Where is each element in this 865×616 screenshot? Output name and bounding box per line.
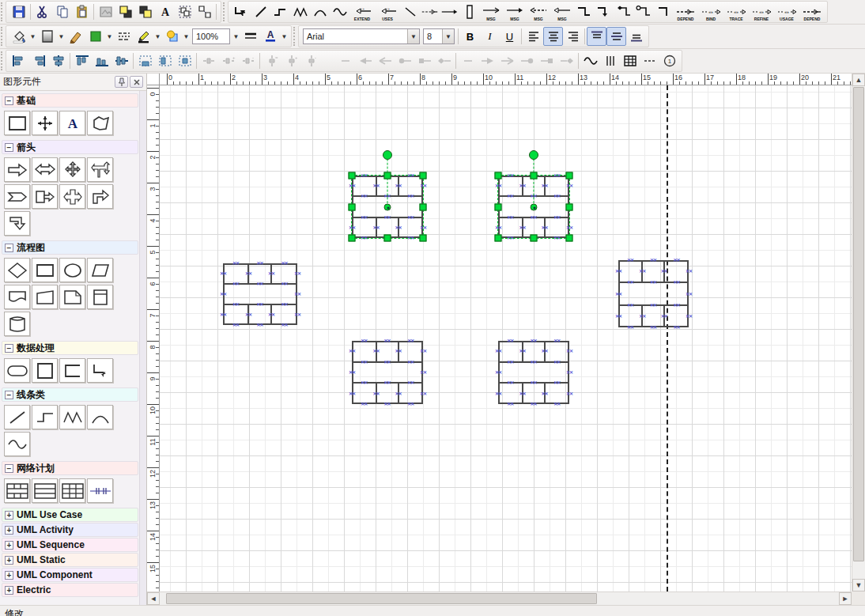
paste-button[interactable] xyxy=(72,2,92,21)
copy-button[interactable] xyxy=(52,2,72,21)
fit-height-button[interactable] xyxy=(155,51,175,70)
msg-back-tool[interactable]: MSG xyxy=(550,2,574,21)
fit-width-button[interactable] xyxy=(135,51,155,70)
network-table-shape[interactable]: ✕✕✕✕✕✕✕✕✕✕✕✕✕✕✕✕✕✕✕✕✕✕✕✕✕✕✕✕✕✕✕✕✕✕✕✕✕✕✕✕… xyxy=(352,341,423,404)
expand-icon[interactable]: + xyxy=(5,556,13,565)
palette-item-step[interactable] xyxy=(32,405,58,429)
resize-handle[interactable] xyxy=(349,172,356,180)
palette-item-arrow-double[interactable] xyxy=(32,157,58,182)
depend-arrow-tool[interactable]: DEPEND xyxy=(673,2,698,21)
expand-icon[interactable]: + xyxy=(5,586,13,595)
elbow-plain-tool[interactable] xyxy=(653,2,673,21)
numbering-button[interactable]: 1 xyxy=(659,51,679,70)
section-header-6[interactable]: +UML Use Case xyxy=(2,508,138,522)
section-header-5[interactable]: −网络计划 xyxy=(2,461,138,475)
toolbar-grip[interactable] xyxy=(293,27,297,46)
palette-item-ellipse[interactable] xyxy=(59,258,85,282)
palette-item-arrow-box[interactable] xyxy=(32,184,58,209)
uses-arrow-tool[interactable]: « »USES xyxy=(375,2,400,21)
palette-item-trapezoid[interactable] xyxy=(32,285,58,309)
resize-handle[interactable] xyxy=(531,235,538,242)
italic-button[interactable]: I xyxy=(480,27,500,46)
palette-item-text[interactable]: A xyxy=(59,111,85,135)
group-button[interactable] xyxy=(175,2,195,21)
line-weight-button[interactable] xyxy=(240,27,260,46)
quick-fill-button[interactable] xyxy=(85,27,105,46)
palette-item-cylinder[interactable] xyxy=(4,312,30,336)
bind-arrow-tool[interactable]: «»BIND xyxy=(698,2,723,21)
align-left-button[interactable] xyxy=(9,51,28,70)
msg-return-tool[interactable]: MSG xyxy=(527,2,550,21)
section-header-11[interactable]: +Electric xyxy=(2,583,138,597)
bold-button[interactable]: B xyxy=(460,27,480,46)
palette-item-arrow-right[interactable] xyxy=(4,157,30,182)
rotation-handle[interactable] xyxy=(383,150,392,160)
line-dash-button[interactable] xyxy=(114,27,134,46)
close-icon[interactable] xyxy=(130,76,143,88)
align-bottom-button[interactable] xyxy=(92,51,111,70)
cut-button[interactable] xyxy=(32,2,52,21)
dash-style-button[interactable] xyxy=(640,51,659,70)
align-top-button[interactable] xyxy=(72,51,92,70)
msg-arrow-open-tool[interactable]: MSG xyxy=(479,2,503,21)
line-color-button[interactable] xyxy=(134,27,153,46)
section-header-7[interactable]: +UML Activity xyxy=(2,523,138,537)
pin-button[interactable] xyxy=(115,76,128,88)
collapse-icon[interactable]: − xyxy=(5,464,13,473)
scroll-left-button[interactable]: ◄ xyxy=(147,592,160,605)
lifeline-tool[interactable] xyxy=(459,2,479,21)
section-header-2[interactable]: −流程图 xyxy=(2,240,138,255)
palette-item-stadium[interactable] xyxy=(4,358,30,383)
line-tool[interactable] xyxy=(251,2,270,21)
palette-item-bracket[interactable] xyxy=(59,358,85,383)
shadow-dropdown[interactable]: ▼ xyxy=(182,27,191,46)
palette-item-corner-down[interactable] xyxy=(4,211,30,236)
elbow-connector-tool[interactable] xyxy=(574,2,594,21)
palette-item-rect[interactable] xyxy=(4,111,30,135)
toolbar-grip[interactable] xyxy=(223,2,226,21)
diagonal-line-tool[interactable] xyxy=(400,2,420,21)
collapse-icon[interactable]: − xyxy=(5,344,13,353)
center-handle[interactable] xyxy=(384,203,391,210)
resize-handle[interactable] xyxy=(349,235,356,242)
usage-arrow-tool[interactable]: «»USAGE xyxy=(774,2,799,21)
resize-handle[interactable] xyxy=(384,172,391,180)
trace-arrow-tool[interactable]: «»TRACE xyxy=(723,2,749,21)
palette-item-arrow-cross[interactable] xyxy=(59,184,85,209)
align-text-right-button[interactable] xyxy=(563,27,583,46)
msg-arrow-solid-tool[interactable]: MSG xyxy=(503,2,527,21)
resize-handle[interactable] xyxy=(566,235,573,242)
drawing-canvas[interactable]: ✕✕✕✕✕✕✕✕✕✕✕✕✕✕✕✕✕✕✕✕✕✕✕✕✕✕✕✕✕✕✕✕✕✕✕✕✕✕✕✕… xyxy=(160,85,852,591)
palette-item-table1[interactable] xyxy=(4,478,30,503)
valign-text-middle-button[interactable] xyxy=(606,27,626,46)
arc-tool[interactable] xyxy=(310,2,330,21)
network-table-shape[interactable]: ✕✕✕✕✕✕✕✕✕✕✕✕✕✕✕✕✕✕✕✕✕✕✕✕✕✕✕✕✕✕✕✕✕✕✕✕✕✕✕✕… xyxy=(498,341,569,404)
save-button[interactable] xyxy=(9,2,28,21)
toolbar-grip[interactable] xyxy=(1,27,4,46)
expand-icon[interactable]: + xyxy=(5,541,13,550)
network-table-shape[interactable]: ✕✕✕✕✕✕✕✕✕✕✕✕✕✕✕✕✕✕✕✕✕✕✕✕✕✕✕✕✕✕✕✕✕✕✕✕✕✕✕✕… xyxy=(352,176,423,238)
palette-item-sine[interactable] xyxy=(4,432,30,456)
zigzag-tool[interactable] xyxy=(290,2,310,21)
toolbar-grip[interactable] xyxy=(1,51,4,70)
palette-item-tickline[interactable] xyxy=(87,478,113,503)
palette-item-polygon[interactable] xyxy=(87,111,113,135)
section-header-10[interactable]: +UML Component xyxy=(2,568,138,582)
section-header-1[interactable]: −箭头 xyxy=(2,140,138,154)
collapse-icon[interactable]: − xyxy=(5,244,13,252)
elbow-arrow-tool[interactable] xyxy=(231,2,251,21)
extend-arrow-tool[interactable]: « »EXTEND xyxy=(349,2,375,21)
network-table-shape[interactable]: ✕✕✕✕✕✕✕✕✕✕✕✕✕✕✕✕✕✕✕✕✕✕✕✕✕✕✕✕✕✕✕✕✕✕✕✕✕✕✕✕… xyxy=(618,260,689,327)
curve-tool[interactable] xyxy=(330,2,349,21)
depend2-arrow-tool[interactable]: DEPEND xyxy=(799,2,825,21)
section-header-3[interactable]: −数据处理 xyxy=(2,341,138,355)
palette-item-predefined[interactable] xyxy=(87,285,113,309)
elbow-diamond-tool[interactable] xyxy=(614,2,633,21)
resize-handle[interactable] xyxy=(531,172,538,180)
palette-item-tablegrid[interactable] xyxy=(59,478,85,503)
quick-fill-dropdown[interactable]: ▼ xyxy=(105,27,114,46)
font-name-combo[interactable]: Arial ▼ xyxy=(303,28,420,44)
shadow-button[interactable] xyxy=(162,27,182,46)
dashed-arrow-tool[interactable] xyxy=(420,2,440,21)
section-header-8[interactable]: +UML Sequence xyxy=(2,538,138,552)
